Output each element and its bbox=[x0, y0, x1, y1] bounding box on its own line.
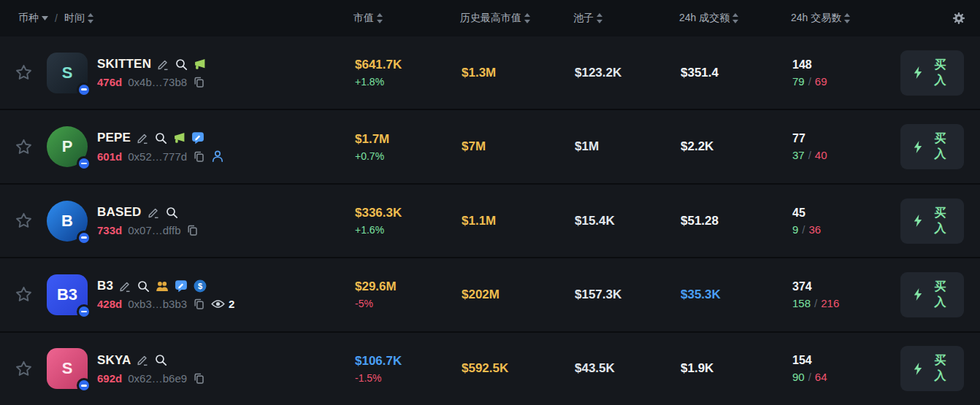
column-header-ath[interactable]: 历史最高市值 bbox=[460, 12, 573, 25]
token-avatar[interactable]: S bbox=[47, 348, 88, 389]
favorite-star-button[interactable] bbox=[0, 211, 47, 231]
avatar-label: S bbox=[62, 63, 73, 82]
favorite-star-button[interactable] bbox=[0, 137, 47, 157]
txns-sells: 216 bbox=[821, 297, 839, 309]
lightning-icon bbox=[913, 66, 923, 79]
buy-button[interactable]: 买入 bbox=[900, 272, 964, 317]
buy-button[interactable]: 买入 bbox=[900, 124, 964, 169]
token-age: 476d bbox=[97, 76, 122, 88]
edit-icon[interactable] bbox=[119, 280, 131, 293]
column-header-pool[interactable]: 池子 bbox=[573, 12, 679, 25]
search-icon[interactable] bbox=[155, 132, 167, 144]
megaphone-icon[interactable] bbox=[173, 132, 185, 144]
txns-cell: 148 79 / 69 bbox=[791, 58, 900, 88]
search-icon[interactable] bbox=[175, 58, 188, 71]
buy-cell: 买入 bbox=[900, 272, 980, 317]
buy-button[interactable]: 买入 bbox=[900, 346, 964, 391]
token-avatar[interactable]: B bbox=[47, 201, 88, 242]
ath-value: $7M bbox=[460, 139, 573, 154]
txns-total: 45 bbox=[792, 207, 900, 220]
address-icons bbox=[193, 150, 224, 163]
ath-value: $1.1M bbox=[460, 214, 573, 228]
txns-cell: 45 9 / 36 bbox=[791, 207, 900, 236]
name-icons bbox=[137, 131, 204, 144]
txns-sells: 69 bbox=[815, 75, 827, 88]
token-cell: S SKITTEN 476d 0x4b…73b8 bbox=[47, 53, 353, 93]
search-icon[interactable] bbox=[155, 354, 167, 366]
token-avatar[interactable]: S bbox=[47, 53, 88, 93]
column-header-mcap[interactable]: 市值 bbox=[353, 12, 460, 25]
token-cell: S SKYA 692d 0x62…b6e9 bbox=[47, 348, 353, 389]
name-icons bbox=[148, 207, 178, 219]
bubble-edit-icon[interactable] bbox=[175, 279, 188, 293]
eye-icon[interactable] bbox=[211, 298, 225, 309]
mcap-cell: $336.3K +1.6% bbox=[353, 206, 460, 236]
token-address[interactable]: 0x62…b6e9 bbox=[128, 372, 187, 385]
buy-button[interactable]: 买入 bbox=[900, 198, 964, 244]
copy-icon[interactable] bbox=[193, 150, 205, 163]
address-icons bbox=[193, 76, 205, 88]
person-icon[interactable] bbox=[211, 150, 224, 163]
copy-icon[interactable] bbox=[193, 372, 205, 385]
volume-column-label: 24h 成交额 bbox=[679, 12, 730, 25]
mcap-value: $29.6M bbox=[355, 279, 460, 294]
sort-icon bbox=[88, 13, 93, 23]
favorite-star-button[interactable] bbox=[0, 285, 47, 304]
token-name[interactable]: SKITTEN bbox=[97, 57, 151, 72]
txns-separator: / bbox=[808, 371, 811, 383]
mcap-cell: $29.6M -5% bbox=[353, 279, 460, 309]
token-name[interactable]: B3 bbox=[97, 279, 113, 293]
favorite-star-button[interactable] bbox=[0, 359, 47, 379]
usdc-icon[interactable]: $ bbox=[194, 279, 207, 293]
search-icon[interactable] bbox=[166, 207, 178, 219]
token-name[interactable]: BASED bbox=[97, 205, 142, 220]
lightning-icon bbox=[913, 363, 923, 375]
token-address[interactable]: 0x52…777d bbox=[128, 150, 187, 163]
token-name[interactable]: PEPE bbox=[97, 131, 131, 145]
lightning-icon bbox=[913, 288, 923, 301]
search-icon[interactable] bbox=[137, 280, 150, 293]
mcap-change: -5% bbox=[355, 298, 460, 309]
megaphone-icon[interactable] bbox=[194, 58, 206, 70]
people-icon[interactable] bbox=[156, 280, 169, 292]
copy-icon[interactable] bbox=[193, 298, 205, 310]
buy-button-label: 买入 bbox=[929, 279, 952, 310]
favorite-star-button[interactable] bbox=[0, 63, 47, 82]
token-address[interactable]: 0xb3…b3b3 bbox=[128, 298, 187, 310]
txns-buys: 9 bbox=[792, 223, 798, 236]
settings-button[interactable] bbox=[900, 12, 980, 25]
mcap-change: +0.7% bbox=[355, 150, 460, 162]
txns-sells: 36 bbox=[809, 223, 822, 236]
mcap-value: $1.7M bbox=[355, 132, 460, 147]
base-chain-badge-icon bbox=[77, 82, 91, 97]
copy-icon[interactable] bbox=[193, 76, 205, 88]
column-header-volume[interactable]: 24h 成交额 bbox=[679, 12, 791, 25]
star-icon bbox=[14, 63, 34, 82]
column-header-token-time[interactable]: 币种 / 时间 bbox=[0, 12, 353, 25]
edit-icon[interactable] bbox=[157, 58, 169, 71]
token-avatar[interactable]: P bbox=[47, 126, 88, 167]
mcap-column-label: 市值 bbox=[353, 12, 374, 25]
avatar-label: B bbox=[61, 212, 73, 231]
edit-icon[interactable] bbox=[137, 132, 149, 144]
txns-cell: 374 158 / 216 bbox=[791, 280, 900, 309]
txns-sells: 40 bbox=[815, 149, 827, 161]
column-header-txns[interactable]: 24h 交易数 bbox=[791, 12, 900, 25]
svg-text:$: $ bbox=[198, 282, 203, 290]
token-table-body: S SKITTEN 476d 0x4b…73b8 $641.7K +1.8% $… bbox=[0, 36, 980, 405]
ath-value: $592.5K bbox=[460, 361, 573, 376]
token-address[interactable]: 0x4b…73b8 bbox=[128, 76, 187, 88]
edit-icon[interactable] bbox=[148, 207, 160, 219]
table-row: S SKITTEN 476d 0x4b…73b8 $641.7K +1.8% $… bbox=[0, 36, 980, 109]
token-avatar[interactable]: B3 bbox=[47, 274, 88, 315]
edit-icon[interactable] bbox=[137, 354, 149, 366]
buy-button[interactable]: 买入 bbox=[900, 50, 964, 96]
bubble-edit-icon[interactable] bbox=[191, 131, 204, 144]
token-name[interactable]: SKYA bbox=[97, 353, 131, 368]
token-address[interactable]: 0x07…dffb bbox=[128, 224, 180, 236]
pool-value: $157.3K bbox=[573, 288, 679, 302]
table-header: 币种 / 时间 市值 历史最高市值 池子 24h 成交额 24h 交易数 bbox=[0, 0, 980, 36]
ath-value: $1.3M bbox=[460, 66, 573, 80]
txns-buys: 90 bbox=[792, 371, 805, 383]
copy-icon[interactable] bbox=[186, 224, 199, 236]
